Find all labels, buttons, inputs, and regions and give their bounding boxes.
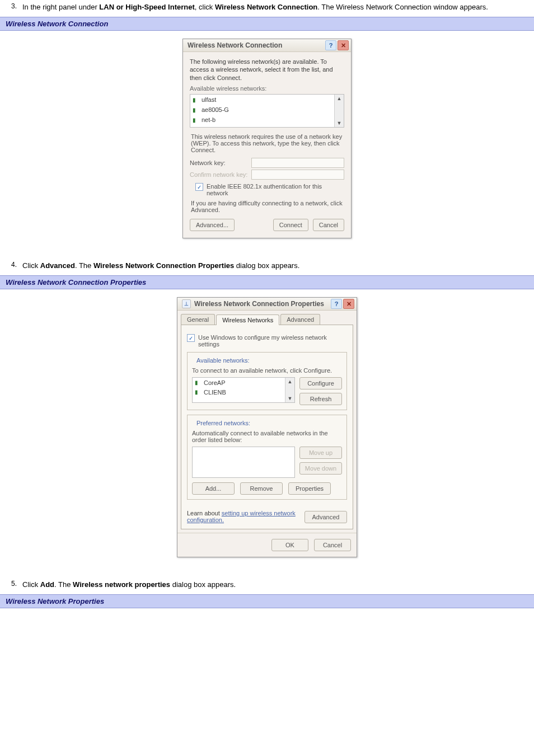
ieee-checkbox[interactable]: ✓ <box>195 183 203 191</box>
advanced-hint: If you are having difficulty connecting … <box>191 200 343 213</box>
use-windows-label: Use Windows to configure my wireless net… <box>198 334 346 348</box>
chevron-up-icon[interactable]: ▲ <box>335 95 344 102</box>
available-networks-list[interactable]: ▮ulfast ▮ae8005-G ▮net-b ▲ ▼ <box>190 94 344 128</box>
step-5-text: Click Add. The Wireless network properti… <box>22 580 523 590</box>
tab-advanced[interactable]: Advanced <box>280 314 320 325</box>
step-5: 5. Click Add. The Wireless network prope… <box>0 580 534 590</box>
help-icon[interactable]: ? <box>325 40 336 50</box>
dialog-wnc-intro: The following wireless network(s) are av… <box>190 58 344 82</box>
learn-text: Learn about setting up wireless network … <box>187 510 305 523</box>
dialog-wnc: Wireless Network Connection ? ✕ The foll… <box>182 39 352 238</box>
scrollbar[interactable]: ▲ ▼ <box>334 95 344 127</box>
refresh-button[interactable]: Refresh <box>299 393 342 405</box>
list-item[interactable]: ▮ae8005-G <box>190 105 344 115</box>
tab-pane-wireless: ✓ Use Windows to configure my wireless n… <box>181 325 353 529</box>
close-icon[interactable]: ✕ <box>338 40 349 50</box>
step-4-num: 4. <box>11 261 22 271</box>
chevron-down-icon[interactable]: ▼ <box>335 119 344 127</box>
step-3-text: In the right panel under LAN or High-Spe… <box>22 2 523 12</box>
connect-button[interactable]: Connect <box>273 219 308 231</box>
available-networks-label: Available wireless networks: <box>190 85 344 92</box>
banner-wncp: Wireless Network Connection Properties <box>0 275 534 289</box>
confirm-key-label: Confirm network key: <box>190 171 251 178</box>
cancel-button[interactable]: Cancel <box>314 539 351 551</box>
signal-icon: ▮ <box>193 97 199 103</box>
tab-general[interactable]: General <box>181 314 215 325</box>
tab-wireless[interactable]: Wireless Networks <box>216 314 279 325</box>
window-icon: ⊥ <box>182 299 191 308</box>
wep-note: This wireless network requires the use o… <box>191 133 343 153</box>
step-3: 3. In the right panel under LAN or High-… <box>0 2 534 12</box>
available-networks-fieldset: Available networks: To connect to an ava… <box>187 352 347 410</box>
network-key-label: Network key: <box>190 159 251 166</box>
ok-button[interactable]: OK <box>271 539 308 551</box>
properties-button[interactable]: Properties <box>288 482 331 495</box>
banner-wnc: Wireless Network Connection <box>0 17 534 31</box>
banner-wnp: Wireless Network Properties <box>0 594 534 608</box>
signal-icon: ▮ <box>195 379 202 386</box>
signal-icon: ▮ <box>193 117 199 123</box>
signal-icon: ▮ <box>195 389 202 395</box>
tabs: General Wireless Networks Advanced <box>177 311 357 325</box>
available-networks-list2[interactable]: ▮CoreAP ▮CLIENB ▲ ▼ <box>192 377 295 403</box>
cancel-button[interactable]: Cancel <box>313 219 344 231</box>
close-icon[interactable]: ✕ <box>343 299 354 309</box>
chevron-up-icon[interactable]: ▲ <box>285 378 294 386</box>
preferred-networks-text: Automatically connect to available netwo… <box>192 430 342 443</box>
list-item[interactable]: ▮net-b <box>190 115 344 125</box>
list-item[interactable]: ▮CLIENB <box>193 387 294 397</box>
chevron-down-icon[interactable]: ▼ <box>285 395 294 402</box>
dialog-wnc-titlebar: Wireless Network Connection ? ✕ <box>183 39 351 52</box>
move-up-button[interactable]: Move up <box>299 447 342 459</box>
remove-button[interactable]: Remove <box>240 482 283 495</box>
step-5-num: 5. <box>11 580 22 590</box>
available-networks-text: To connect to an available network, clic… <box>192 367 342 374</box>
preferred-networks-fieldset: Preferred networks: Automatically connec… <box>187 415 347 500</box>
move-down-button[interactable]: Move down <box>299 462 342 475</box>
dialog-wncp: ⊥ Wireless Network Connection Properties… <box>177 297 357 557</box>
step-4: 4. Click Advanced. The Wireless Network … <box>0 261 534 271</box>
help-icon[interactable]: ? <box>331 299 342 309</box>
add-button[interactable]: Add... <box>192 482 235 495</box>
signal-icon: ▮ <box>193 107 199 113</box>
available-networks-legend: Available networks: <box>194 357 252 364</box>
dialog-wnc-title: Wireless Network Connection <box>188 41 282 49</box>
step-3-num: 3. <box>11 2 22 12</box>
dialog-wncp-title: Wireless Network Connection Properties <box>194 300 324 308</box>
configure-button[interactable]: Configure <box>299 377 342 389</box>
step-4-text: Click Advanced. The Wireless Network Con… <box>22 261 523 271</box>
confirm-key-input[interactable] <box>251 170 344 180</box>
dialog-wncp-titlebar: ⊥ Wireless Network Connection Properties… <box>177 298 357 311</box>
scrollbar[interactable]: ▲ ▼ <box>285 378 294 402</box>
network-key-input[interactable] <box>251 158 344 168</box>
list-item[interactable]: ▮ulfast <box>190 95 344 105</box>
preferred-networks-list[interactable] <box>192 447 295 478</box>
advanced-button2[interactable]: Advanced <box>305 511 347 523</box>
ieee-label: Enable IEEE 802.1x authentication for th… <box>207 183 343 196</box>
advanced-button[interactable]: Advanced... <box>190 219 235 231</box>
list-item[interactable]: ▮CoreAP <box>193 378 294 387</box>
use-windows-checkbox[interactable]: ✓ <box>187 334 195 342</box>
preferred-networks-legend: Preferred networks: <box>194 420 252 426</box>
